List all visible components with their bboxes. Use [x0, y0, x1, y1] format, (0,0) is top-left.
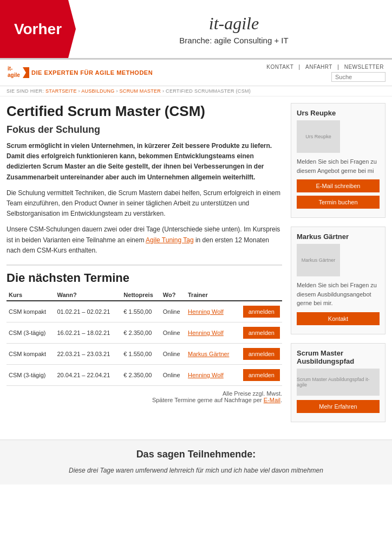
testimonial-text: Diese drei Tage waren umferwend lehrreic… [6, 466, 386, 476]
sidebar-markus-gaertner: Markus Gärtner Markus Gärtner Melden Sie… [291, 227, 386, 334]
nav-logo[interactable]: it- agile DIE EXPERTEN FÜR AGILE METHODE… [6, 63, 153, 82]
sidebar-urs-reupke: Urs Reupke Urs Reupke Melden Sie sich be… [291, 103, 386, 218]
ausbildungspfad-title: Scrum Master Ausbildungspfad [297, 349, 380, 365]
cell-kurs-3: CSM (3-tägig) [6, 364, 55, 385]
breadcrumb-startseite[interactable]: STARTSEITE [45, 88, 77, 94]
table-row: CSM (3-tägig) 20.04.21 – 22.04.21 € 2.35… [6, 364, 282, 385]
col-wo: Wo? [161, 289, 186, 301]
cell-wo-3: Online [161, 364, 186, 385]
col-preis: Nettopreis [121, 289, 160, 301]
cell-anmelden-2: anmelden [239, 343, 282, 364]
body-text-1: Die Schulung vermittelt Techniken, die S… [6, 188, 282, 220]
table-row: CSM kompakt 22.03.21 – 23.03.21 € 1.550,… [6, 343, 282, 364]
cell-wann-0: 01.02.21 – 02.02.21 [55, 301, 121, 322]
cell-wo-1: Online [161, 322, 186, 343]
email-link[interactable]: E-Mail [264, 397, 280, 403]
termin-buchen-button[interactable]: Termin buchen [297, 196, 380, 209]
markus-gaertner-image: Markus Gärtner [297, 244, 340, 276]
anmelden-button-0[interactable]: anmelden [243, 306, 280, 318]
cell-kurs-2: CSM kompakt [6, 343, 55, 364]
banner-subtitle: Branche: agile Consulting + IT [179, 36, 288, 45]
price-note-2: Spätere Termine gerne auf Nachfrage per … [6, 397, 282, 403]
cell-wann-1: 16.02.21 – 18.02.21 [55, 322, 121, 343]
urs-reupke-text: Melden Sie sich bei Fragen zu diesem Ang… [297, 157, 380, 175]
table-row: CSM kompakt 01.02.21 – 02.02.21 € 1.550,… [6, 301, 282, 322]
nav-bar: it- agile DIE EXPERTEN FÜR AGILE METHODE… [0, 60, 392, 86]
schedule-heading: Die nächsten Termine [6, 264, 282, 285]
trainer-link-2[interactable]: Markus Gärtner [188, 351, 229, 357]
markus-gaertner-text: Melden Sie sich bei Fragen zu diesem Aus… [297, 281, 380, 308]
main-content: Certified Scrum Master (CSM) Fokus der S… [6, 103, 282, 431]
trainer-link-3[interactable]: Henning Wolf [188, 372, 224, 378]
table-header-row: Kurs Wann? Nettopreis Wo? Trainer [6, 289, 282, 301]
testimonial-heading: Das sagen Teilnehmende: [6, 449, 386, 460]
cell-anmelden-0: anmelden [239, 301, 282, 322]
nav-newsletter[interactable]: NEWSLETTER [344, 64, 384, 70]
top-banner: Vorher it-agile Branche: agile Consultin… [0, 0, 392, 60]
cell-preis-1: € 2.350,00 [121, 322, 160, 343]
main-layout: Certified Scrum Master (CSM) Fokus der S… [0, 96, 392, 437]
nav-logo-icon: it- agile [6, 63, 29, 82]
cell-wann-2: 22.03.21 – 23.03.21 [55, 343, 121, 364]
sidebar: Urs Reupke Urs Reupke Melden Sie sich be… [291, 103, 386, 431]
svg-text:it-: it- [8, 66, 12, 72]
email-schreiben-button[interactable]: E-Mail schreiben [297, 179, 380, 192]
nav-sep2: | [337, 64, 339, 70]
cell-kurs-1: CSM (3-tägig) [6, 322, 55, 343]
urs-reupke-name: Urs Reupke [297, 109, 380, 117]
nav-right: KONTAKT | ANFAHRT | NEWSLETTER [265, 64, 386, 82]
breadcrumb: SIE SIND HIER: STARTSEITE › AUSBILDUNG ›… [0, 86, 392, 96]
cell-preis-2: € 1.550,00 [121, 343, 160, 364]
search-input[interactable] [331, 72, 386, 82]
body-text-2: Unsere CSM-Schulungen dauern zwei oder d… [6, 224, 282, 256]
anmelden-button-1[interactable]: anmelden [243, 327, 280, 339]
markus-gaertner-name: Markus Gärtner [297, 233, 380, 241]
sidebar-ausbildungspfad: Scrum Master Ausbildungspfad Scrum Maste… [291, 343, 386, 422]
cell-wo-2: Online [161, 343, 186, 364]
cell-trainer-3: Henning Wolf [186, 364, 239, 385]
trainer-link-0[interactable]: Henning Wolf [188, 308, 224, 315]
cell-kurs-0: CSM kompakt [6, 301, 55, 322]
nav-sep1: | [299, 64, 300, 70]
nav-kontakt[interactable]: KONTAKT [266, 64, 293, 70]
cell-trainer-0: Henning Wolf [186, 301, 239, 322]
markus-kontakt-button[interactable]: Kontakt [297, 312, 380, 325]
cell-trainer-1: Henning Wolf [186, 322, 239, 343]
cell-wo-0: Online [161, 301, 186, 322]
cell-trainer-2: Markus Gärtner [186, 343, 239, 364]
focus-heading: Fokus der Schulung [6, 124, 282, 135]
urs-reupke-image: Urs Reupke [297, 120, 340, 153]
schedule-table: Kurs Wann? Nettopreis Wo? Trainer CSM ko… [6, 289, 282, 386]
banner-logo-text: it-agile [209, 14, 259, 34]
breadcrumb-label: SIE SIND HIER: [6, 88, 45, 94]
cell-wann-3: 20.04.21 – 22.04.21 [55, 364, 121, 385]
anmelden-button-2[interactable]: anmelden [243, 348, 280, 360]
col-trainer: Trainer [186, 289, 239, 301]
nav-links: KONTAKT | ANFAHRT | NEWSLETTER [265, 64, 386, 70]
anmelden-button-3[interactable]: anmelden [243, 369, 280, 381]
trainer-link-1[interactable]: Henning Wolf [188, 330, 224, 336]
agile-tuning-tag-link[interactable]: Agile Tuning Tag [146, 236, 194, 244]
col-action [239, 289, 282, 301]
testimonial-box: Das sagen Teilnehmende: Diese drei Tage … [0, 440, 392, 485]
mehr-erfahren-button[interactable]: Mehr Erfahren [297, 400, 380, 413]
cell-preis-3: € 2.350,00 [121, 364, 160, 385]
nav-anfahrt[interactable]: ANFAHRT [305, 64, 332, 70]
breadcrumb-current: CERTIFIED SCRUMMASTER (CSM) [166, 88, 251, 94]
cell-anmelden-3: anmelden [239, 364, 282, 385]
table-row: CSM (3-tägig) 16.02.21 – 18.02.21 € 2.35… [6, 322, 282, 343]
ausbildungspfad-image: Scrum Master Ausbildungspfad it-agile [297, 369, 380, 396]
nav-tagline: DIE EXPERTEN FÜR AGILE METHODEN [31, 69, 153, 76]
breadcrumb-scrum-master[interactable]: SCRUM MASTER [120, 88, 161, 94]
vorher-label: Vorher [0, 0, 76, 58]
col-wann: Wann? [55, 289, 121, 301]
body-bold: Scrum ermöglicht in vielen Unternehmen, … [6, 141, 282, 183]
page-title: Certified Scrum Master (CSM) [6, 103, 282, 120]
price-note: Alle Preise zzgl. Mwst. Spätere Termine … [6, 390, 282, 403]
price-note-1: Alle Preise zzgl. Mwst. [6, 390, 282, 397]
col-kurs: Kurs [6, 289, 55, 301]
cell-preis-0: € 1.550,00 [121, 301, 160, 322]
banner-center: it-agile Branche: agile Consulting + IT [76, 0, 392, 58]
breadcrumb-ausbildung[interactable]: AUSBILDUNG [81, 88, 115, 94]
cell-anmelden-1: anmelden [239, 322, 282, 343]
